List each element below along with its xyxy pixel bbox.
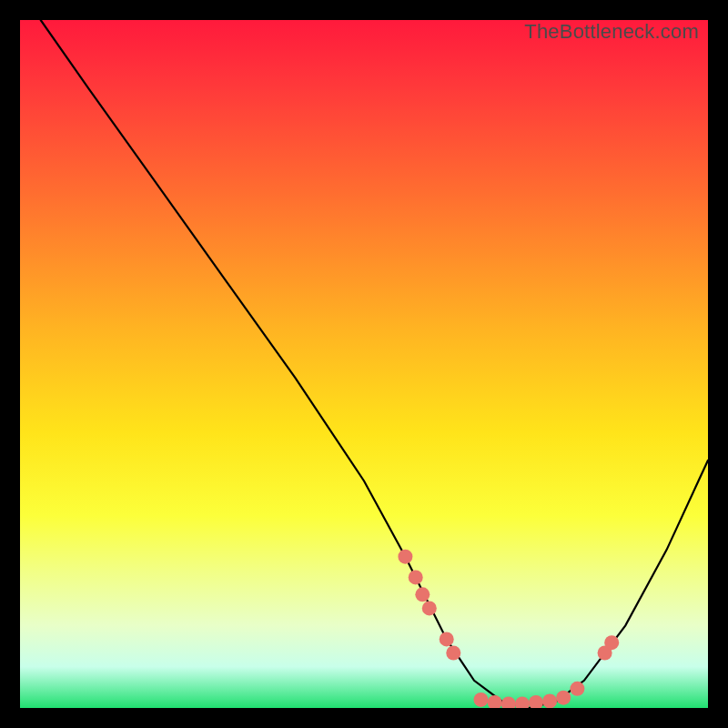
marker-point <box>542 693 557 708</box>
marker-point <box>409 570 423 584</box>
marker-point <box>415 587 430 602</box>
marker-point <box>422 601 437 615</box>
bottleneck-curve <box>41 20 708 708</box>
marker-point <box>556 691 571 705</box>
marker-point <box>446 646 460 661</box>
highlight-markers <box>398 550 619 708</box>
marker-point <box>529 695 543 708</box>
marker-point <box>501 697 516 709</box>
chart-overlay <box>20 20 708 708</box>
marker-point <box>474 693 489 707</box>
marker-point <box>488 695 502 708</box>
marker-point <box>515 697 530 709</box>
marker-point <box>440 632 454 646</box>
marker-point <box>570 682 584 696</box>
chart-frame: TheBottleneck.com <box>20 20 708 708</box>
marker-point <box>398 550 412 564</box>
marker-point <box>604 635 619 650</box>
